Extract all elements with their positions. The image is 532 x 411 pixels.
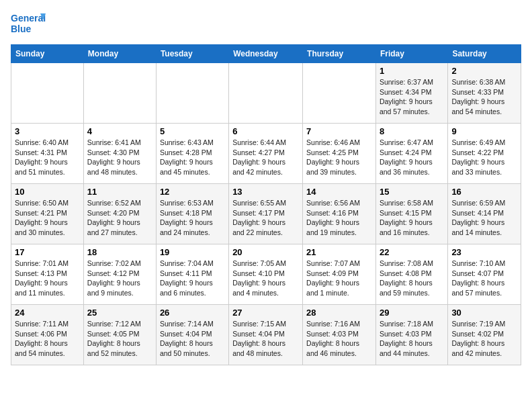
day-number: 11 — [87, 187, 152, 197]
week-row-5: 24Sunrise: 7:11 AM Sunset: 4:06 PM Dayli… — [11, 305, 521, 365]
day-cell: 1Sunrise: 6:37 AM Sunset: 4:34 PM Daylig… — [375, 63, 447, 124]
logo-svg: General Blue — [11, 11, 46, 36]
day-number: 18 — [87, 247, 152, 257]
weekday-header-friday: Friday — [375, 45, 447, 63]
weekday-header-sunday: Sunday — [11, 45, 84, 63]
day-info: Sunrise: 6:52 AM Sunset: 4:20 PM Dayligh… — [87, 198, 152, 238]
day-cell: 29Sunrise: 7:18 AM Sunset: 4:03 PM Dayli… — [375, 305, 447, 365]
day-info: Sunrise: 7:15 AM Sunset: 4:04 PM Dayligh… — [232, 319, 299, 359]
day-info: Sunrise: 7:02 AM Sunset: 4:12 PM Dayligh… — [87, 259, 152, 298]
day-number: 9 — [451, 126, 517, 136]
day-info: Sunrise: 7:07 AM Sunset: 4:09 PM Dayligh… — [306, 259, 372, 298]
weekday-header-monday: Monday — [83, 45, 156, 63]
day-cell: 13Sunrise: 6:55 AM Sunset: 4:17 PM Dayli… — [229, 184, 303, 244]
day-cell — [11, 63, 84, 124]
day-info: Sunrise: 7:11 AM Sunset: 4:06 PM Dayligh… — [15, 319, 80, 359]
day-cell: 23Sunrise: 7:10 AM Sunset: 4:07 PM Dayli… — [448, 244, 521, 305]
day-cell: 20Sunrise: 7:05 AM Sunset: 4:10 PM Dayli… — [229, 244, 303, 305]
day-number: 5 — [160, 126, 225, 136]
day-number: 19 — [160, 247, 225, 257]
day-cell: 26Sunrise: 7:14 AM Sunset: 4:04 PM Dayli… — [156, 305, 228, 365]
day-cell: 28Sunrise: 7:16 AM Sunset: 4:03 PM Dayli… — [303, 305, 376, 365]
day-info: Sunrise: 6:55 AM Sunset: 4:17 PM Dayligh… — [232, 198, 299, 238]
day-cell: 15Sunrise: 6:58 AM Sunset: 4:15 PM Dayli… — [375, 184, 447, 244]
day-cell: 6Sunrise: 6:44 AM Sunset: 4:27 PM Daylig… — [229, 124, 303, 184]
day-number: 4 — [87, 126, 152, 136]
day-number: 28 — [306, 308, 372, 318]
day-cell: 17Sunrise: 7:01 AM Sunset: 4:13 PM Dayli… — [11, 244, 84, 305]
week-row-3: 10Sunrise: 6:50 AM Sunset: 4:21 PM Dayli… — [11, 184, 521, 244]
day-cell: 25Sunrise: 7:12 AM Sunset: 4:05 PM Dayli… — [83, 305, 156, 365]
day-number: 6 — [232, 126, 299, 136]
logo: General Blue — [11, 11, 46, 36]
day-cell: 2Sunrise: 6:38 AM Sunset: 4:33 PM Daylig… — [448, 63, 521, 124]
day-number: 12 — [160, 187, 225, 197]
day-info: Sunrise: 7:12 AM Sunset: 4:05 PM Dayligh… — [87, 319, 152, 359]
day-info: Sunrise: 7:19 AM Sunset: 4:02 PM Dayligh… — [451, 319, 517, 359]
day-number: 8 — [380, 126, 444, 136]
day-cell: 4Sunrise: 6:41 AM Sunset: 4:30 PM Daylig… — [83, 124, 156, 184]
day-info: Sunrise: 6:43 AM Sunset: 4:28 PM Dayligh… — [160, 138, 225, 177]
day-cell: 9Sunrise: 6:49 AM Sunset: 4:22 PM Daylig… — [448, 124, 521, 184]
day-info: Sunrise: 6:50 AM Sunset: 4:21 PM Dayligh… — [15, 198, 80, 238]
week-row-2: 3Sunrise: 6:40 AM Sunset: 4:31 PM Daylig… — [11, 124, 521, 184]
day-number: 15 — [380, 187, 444, 197]
day-info: Sunrise: 7:01 AM Sunset: 4:13 PM Dayligh… — [15, 259, 80, 298]
day-info: Sunrise: 6:46 AM Sunset: 4:25 PM Dayligh… — [306, 138, 372, 177]
day-number: 14 — [306, 187, 372, 197]
day-number: 24 — [15, 308, 80, 318]
day-info: Sunrise: 6:59 AM Sunset: 4:14 PM Dayligh… — [451, 198, 517, 238]
calendar-header: SundayMondayTuesdayWednesdayThursdayFrid… — [11, 45, 521, 63]
calendar-body: 1Sunrise: 6:37 AM Sunset: 4:34 PM Daylig… — [11, 63, 521, 365]
day-cell: 10Sunrise: 6:50 AM Sunset: 4:21 PM Dayli… — [11, 184, 84, 244]
weekday-row: SundayMondayTuesdayWednesdayThursdayFrid… — [11, 45, 521, 63]
day-number: 20 — [232, 247, 299, 257]
day-info: Sunrise: 7:05 AM Sunset: 4:10 PM Dayligh… — [232, 259, 299, 298]
day-cell: 8Sunrise: 6:47 AM Sunset: 4:24 PM Daylig… — [375, 124, 447, 184]
day-cell: 16Sunrise: 6:59 AM Sunset: 4:14 PM Dayli… — [448, 184, 521, 244]
day-number: 16 — [451, 187, 517, 197]
day-number: 10 — [15, 187, 80, 197]
day-cell: 30Sunrise: 7:19 AM Sunset: 4:02 PM Dayli… — [448, 305, 521, 365]
day-info: Sunrise: 6:49 AM Sunset: 4:22 PM Dayligh… — [451, 138, 517, 177]
day-info: Sunrise: 7:18 AM Sunset: 4:03 PM Dayligh… — [380, 319, 444, 359]
day-info: Sunrise: 7:08 AM Sunset: 4:08 PM Dayligh… — [380, 259, 444, 298]
day-number: 7 — [306, 126, 372, 136]
day-number: 21 — [306, 247, 372, 257]
day-info: Sunrise: 6:56 AM Sunset: 4:16 PM Dayligh… — [306, 198, 372, 238]
day-number: 13 — [232, 187, 299, 197]
week-row-4: 17Sunrise: 7:01 AM Sunset: 4:13 PM Dayli… — [11, 244, 521, 305]
day-number: 2 — [451, 66, 517, 76]
day-number: 25 — [87, 308, 152, 318]
day-info: Sunrise: 6:38 AM Sunset: 4:33 PM Dayligh… — [451, 77, 517, 117]
day-cell: 11Sunrise: 6:52 AM Sunset: 4:20 PM Dayli… — [83, 184, 156, 244]
day-cell: 18Sunrise: 7:02 AM Sunset: 4:12 PM Dayli… — [83, 244, 156, 305]
day-cell: 22Sunrise: 7:08 AM Sunset: 4:08 PM Dayli… — [375, 244, 447, 305]
day-info: Sunrise: 6:40 AM Sunset: 4:31 PM Dayligh… — [15, 138, 80, 177]
day-info: Sunrise: 6:44 AM Sunset: 4:27 PM Dayligh… — [232, 138, 299, 177]
day-info: Sunrise: 7:04 AM Sunset: 4:11 PM Dayligh… — [160, 259, 225, 298]
day-number: 17 — [15, 247, 80, 257]
day-cell: 7Sunrise: 6:46 AM Sunset: 4:25 PM Daylig… — [303, 124, 376, 184]
day-cell: 21Sunrise: 7:07 AM Sunset: 4:09 PM Dayli… — [303, 244, 376, 305]
day-cell — [229, 63, 303, 124]
day-number: 29 — [380, 308, 444, 318]
day-cell: 19Sunrise: 7:04 AM Sunset: 4:11 PM Dayli… — [156, 244, 228, 305]
week-row-1: 1Sunrise: 6:37 AM Sunset: 4:34 PM Daylig… — [11, 63, 521, 124]
weekday-header-saturday: Saturday — [448, 45, 521, 63]
weekday-header-thursday: Thursday — [303, 45, 376, 63]
day-cell: 3Sunrise: 6:40 AM Sunset: 4:31 PM Daylig… — [11, 124, 84, 184]
day-cell: 5Sunrise: 6:43 AM Sunset: 4:28 PM Daylig… — [156, 124, 228, 184]
day-cell: 12Sunrise: 6:53 AM Sunset: 4:18 PM Dayli… — [156, 184, 228, 244]
day-number: 26 — [160, 308, 225, 318]
day-info: Sunrise: 6:37 AM Sunset: 4:34 PM Dayligh… — [380, 77, 444, 117]
day-cell — [303, 63, 376, 124]
day-info: Sunrise: 7:16 AM Sunset: 4:03 PM Dayligh… — [306, 319, 372, 359]
day-info: Sunrise: 6:58 AM Sunset: 4:15 PM Dayligh… — [380, 198, 444, 238]
day-cell: 14Sunrise: 6:56 AM Sunset: 4:16 PM Dayli… — [303, 184, 376, 244]
weekday-header-wednesday: Wednesday — [229, 45, 303, 63]
calendar-table: SundayMondayTuesdayWednesdayThursdayFrid… — [11, 44, 521, 365]
svg-text:General: General — [11, 13, 46, 24]
day-number: 1 — [380, 66, 444, 76]
page-header: General Blue — [11, 11, 521, 36]
